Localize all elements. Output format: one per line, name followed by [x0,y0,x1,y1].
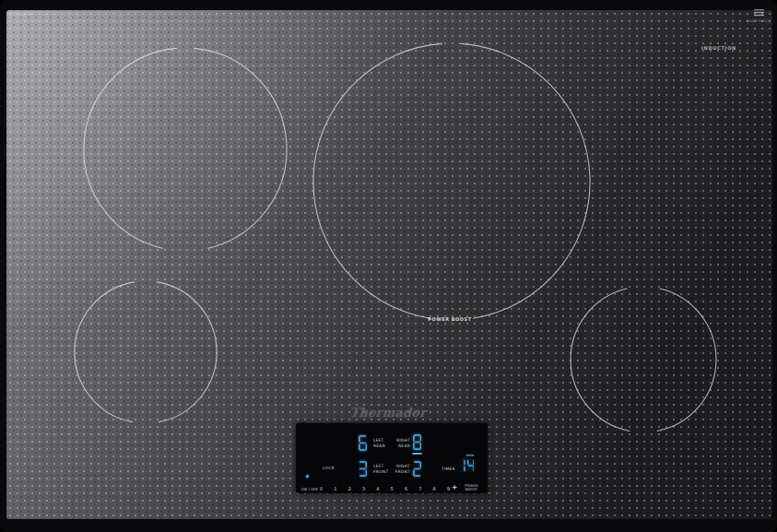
right-rear-label: RIGHT REAR [394,438,410,448]
right-rear-level-display[interactable] [413,434,421,450]
level-key-row: 0123456789 [320,486,450,491]
key-7[interactable]: 7 [418,486,421,491]
thermador-logo: Thermador [349,405,427,420]
right-front-label: RIGHT FRONT [394,464,410,474]
timer-key[interactable]: TIMER [441,467,455,472]
on-off-key[interactable]: ON / OFF [298,487,322,491]
key-6[interactable]: 6 [405,486,407,491]
power-boost-zone-label: POWER BOOST [419,316,480,322]
left-front-level-display[interactable] [359,461,367,477]
left-rear-level-display[interactable] [359,435,367,451]
left-front-label: LEFT FRONT [373,464,388,474]
timer-value-display [458,459,474,472]
right-rear-selected-indicator [412,453,422,455]
timer-unit-label: min [466,453,474,457]
induction-type-label: INDUCTION [693,45,745,51]
model-number-label: CIT304YM [9,12,32,17]
right-front-level-display[interactable] [413,461,421,477]
power-indicator-dot [306,475,309,478]
plus-key[interactable]: + [452,483,457,491]
induction-cooktop: CIT304YM MASTERPIECE INDUCTION POWER BOO… [0,0,777,532]
key-9[interactable]: 9 [447,486,450,491]
brand-badge-icon [754,9,764,17]
key-8[interactable]: 8 [433,486,436,491]
key-5[interactable]: 5 [391,486,394,491]
key-3[interactable]: 3 [362,486,365,491]
power-boost-key[interactable]: POWER BOOST [461,484,482,492]
left-rear-label: LEFT REAR [373,438,385,448]
lock-key[interactable]: LOCK [323,466,335,471]
touch-control-panel: LOCK LEFT REAR RIGHT REAR LEFT FRONT RIG… [296,423,488,493]
series-badge-label: MASTERPIECE [743,19,774,23]
key-2[interactable]: 2 [348,486,351,491]
key-0[interactable]: 0 [320,486,323,491]
series-badge: MASTERPIECE [743,9,774,23]
key-1[interactable]: 1 [334,486,336,491]
key-4[interactable]: 4 [376,486,379,491]
